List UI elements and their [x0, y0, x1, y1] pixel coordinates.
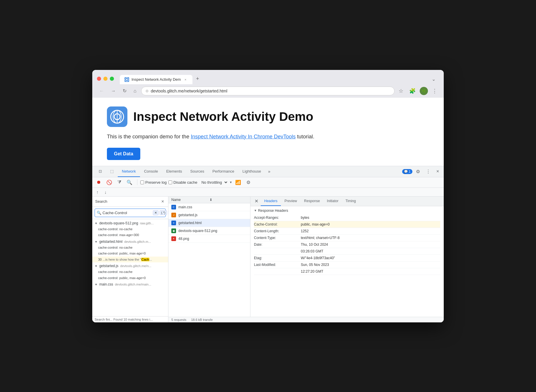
tab-more-button[interactable]: » [265, 167, 273, 176]
new-tab-button[interactable]: + [192, 73, 203, 84]
search-tag-x: ✕ [153, 210, 158, 215]
maximize-window-button[interactable] [110, 77, 114, 81]
tab-network[interactable]: Network [118, 166, 140, 177]
devtools-settings-button[interactable]: ⚙ [414, 167, 422, 176]
filter-button[interactable]: ⧩ [116, 178, 123, 186]
tab-title: Inspect Network Activity Dem [132, 77, 181, 82]
tab-end-button[interactable]: ⌄ [428, 74, 439, 84]
devtools-panel: ⊡ ⬚ Network Console Elements Sources Per… [92, 166, 444, 322]
disable-cache-checkbox[interactable] [168, 180, 172, 184]
throttle-arrow: ▾ [230, 180, 232, 184]
tag-x-label[interactable]: ✕ [154, 211, 157, 215]
search-input-row: 🔍 ✕ (.*) Aa ↻ ⊘ [92, 207, 168, 219]
more-button[interactable]: ⋮ [430, 87, 439, 95]
search-group-header-2[interactable]: ▼ getstarted.js devtools.glitch.me/n... [92, 263, 168, 269]
search-result-row[interactable]: cache-control: public, max-age=0 [92, 275, 168, 281]
tab-headers[interactable]: Headers [261, 197, 281, 206]
tab-timing[interactable]: Timing [342, 197, 359, 206]
devtools-more-button[interactable]: ⋮ [424, 167, 433, 176]
search-panel-close-button[interactable]: × [160, 198, 165, 205]
clear-button[interactable]: 🚫 [105, 178, 114, 186]
group-arrow-1: ▼ [95, 240, 98, 243]
record-button[interactable]: ⏺ [95, 178, 103, 186]
search-input[interactable] [103, 211, 152, 215]
file-row-3[interactable]: ▣ devtools-square-512.png [168, 227, 250, 235]
tab-selector-icon[interactable]: ⊡ [95, 166, 106, 177]
get-data-button[interactable]: Get Data [107, 148, 140, 160]
preserve-log-label[interactable]: Preserve log [140, 180, 167, 185]
home-button[interactable]: ⌂ [131, 87, 139, 95]
forward-button[interactable]: → [109, 87, 118, 95]
search-group-2: ▼ getstarted.js devtools.glitch.me/n... … [92, 263, 168, 281]
file-row-0[interactable]: C main.css [168, 203, 250, 211]
group-source-1: devtools.glitch.m... [124, 240, 151, 243]
file-icon-js: J [171, 213, 176, 217]
network-settings-button[interactable]: ⚙ [245, 178, 252, 186]
tab-initiator[interactable]: Initiator [323, 197, 342, 206]
search-tag-regex[interactable]: (.*) [160, 210, 167, 215]
title-bar: Inspect Network Activity Dem × + ⌄ [92, 70, 444, 84]
traffic-lights [97, 77, 114, 81]
header-row-6: Etag: W/"4e4-18b9f73ac40" [254, 255, 440, 262]
disable-cache-label[interactable]: Disable cache [168, 180, 197, 185]
search-group-header-0[interactable]: ▼ devtools-square-512.png raw.gith... [92, 220, 168, 226]
download-button[interactable]: ↓ [103, 189, 109, 195]
file-icon-png: ▣ [171, 228, 176, 233]
search-result-row-highlight[interactable]: 30 ...is here to show how the "Cach... [92, 257, 168, 263]
devtools-link[interactable]: Inspect Network Activity In Chrome DevTo… [191, 134, 296, 140]
file-row-1[interactable]: J getstarted.js [168, 211, 250, 219]
tab-response[interactable]: Response [301, 197, 323, 206]
file-list: Name ⬇ C main.css J getstarted.js [168, 197, 250, 317]
search-result-row[interactable]: cache-control: no-cache [92, 245, 168, 251]
search-panel: Search × 🔍 ✕ (.*) Aa [92, 197, 168, 322]
group-source-2: devtools.glitch.me/n... [120, 264, 151, 268]
header-val-6: W/"4e4-18b9f73ac40" [301, 256, 440, 260]
svg-point-1 [126, 79, 127, 80]
file-row-2[interactable]: ≡ getstarted.html [168, 219, 250, 227]
search-result-row[interactable]: cache-control: no-cache [92, 269, 168, 275]
search-group-header-3[interactable]: ▼ main.css devtools.glitch.me/main... [92, 281, 168, 287]
devtools-close-button[interactable]: × [434, 167, 441, 176]
tab-elements[interactable]: Elements [162, 166, 186, 177]
header-val-1: public, max-age=0 [301, 222, 440, 226]
search-result-row[interactable]: cache-control: public, max-age=0 [92, 250, 168, 257]
header-row-7: Last-Modified: Sun, 05 Nov 2023 [254, 262, 440, 268]
network-status-bar: 5 requests 18.6 kB transfe [168, 317, 444, 322]
back-button[interactable]: ← [97, 87, 106, 95]
active-tab[interactable]: Inspect Network Activity Dem × [120, 75, 192, 84]
tab-lighthouse[interactable]: Lighthouse [238, 166, 265, 177]
search-result-row[interactable]: cache-control: no-cache [92, 226, 168, 232]
search-result-row[interactable]: cache-control: max-age=300 [92, 232, 168, 238]
search-button[interactable]: 🔍 [125, 178, 134, 186]
header-row-8: 12:27:20 GMT [254, 268, 440, 275]
throttle-select[interactable]: No throttling [199, 179, 228, 185]
reload-button[interactable]: ↻ [120, 87, 129, 95]
search-group-header-1[interactable]: ▼ getstarted.html devtools.glitch.m... [92, 239, 168, 245]
bookmark-button[interactable]: ☆ [397, 87, 405, 95]
close-window-button[interactable] [97, 77, 101, 81]
desc-pre: This is the companion demo for the [107, 134, 191, 140]
tab-close-button[interactable]: × [183, 77, 188, 82]
header-key-1: Cache-Control: [254, 222, 301, 226]
tab-sources[interactable]: Sources [186, 166, 209, 177]
group-arrow-2: ▼ [95, 264, 98, 268]
tab-preview[interactable]: Preview [281, 197, 301, 206]
extensions-button[interactable]: 🧩 [407, 87, 417, 95]
response-close-button[interactable]: ✕ [252, 197, 261, 206]
header-row-4: Date: Thu, 10 Oct 2024 [254, 241, 440, 248]
tab-responsive-icon[interactable]: ⬚ [106, 166, 118, 177]
file-row-4[interactable]: ✕ 48.png [168, 235, 250, 243]
tab-performance[interactable]: Performance [208, 166, 238, 177]
upload-button[interactable]: ↑ [95, 189, 100, 195]
avatar[interactable]: 🌿 [420, 87, 428, 95]
network-toolbar-row2: ↑ ↓ [92, 188, 444, 197]
file-list-sort-icon[interactable]: ⬇ [209, 198, 247, 202]
header-key-0: Accept-Ranges: [254, 216, 301, 220]
minimize-window-button[interactable] [103, 77, 107, 81]
tab-console[interactable]: Console [140, 166, 162, 177]
preserve-log-checkbox[interactable] [140, 180, 144, 184]
transfer-size: 18.6 kB transfe [191, 318, 213, 321]
requests-count: 5 requests [171, 318, 186, 321]
wifi-button[interactable]: 📶 [233, 178, 243, 186]
address-bar[interactable]: ⊙ devtools.glitch.me/network/getstarted.… [141, 87, 395, 95]
